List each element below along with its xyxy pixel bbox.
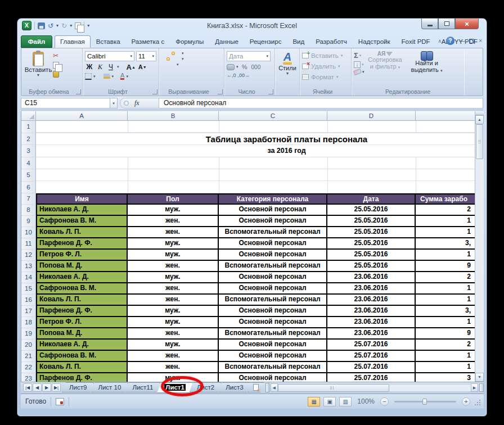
align-bottom-button[interactable] xyxy=(172,52,175,55)
cell-name[interactable]: Сафронова В. М. xyxy=(36,351,128,362)
increase-decimal-icon[interactable]: ←,0 xyxy=(227,73,236,78)
table-header-name[interactable]: Имя xyxy=(36,193,128,205)
help-icon[interactable]: ? xyxy=(446,37,454,45)
row-header[interactable]: 14 xyxy=(21,272,36,283)
cell-name[interactable]: Коваль Л. П. xyxy=(36,362,128,373)
cell-name[interactable]: Парфенов Д. Ф. xyxy=(36,238,128,250)
vertical-split-handle[interactable] xyxy=(475,111,484,115)
table-header-sum[interactable]: Сумма зарабо xyxy=(416,193,476,205)
sheet-subtitle-cell[interactable]: за 2016 год xyxy=(36,145,476,157)
row-header[interactable]: 6 xyxy=(21,182,36,194)
align-left-button[interactable] xyxy=(161,57,165,61)
cut-icon[interactable]: ✂ xyxy=(53,52,62,60)
zoom-in-icon[interactable]: + xyxy=(462,397,470,406)
row-header[interactable]: 4 xyxy=(21,157,36,170)
tab-foxit-pdf[interactable]: Foxit PDF xyxy=(396,35,436,48)
italic-button[interactable]: К xyxy=(96,62,105,71)
comma-style-button[interactable]: 000 xyxy=(251,62,262,71)
increase-indent-button[interactable] xyxy=(166,63,170,66)
percent-style-button[interactable]: % xyxy=(240,62,249,71)
zoom-slider-handle[interactable] xyxy=(422,399,427,405)
row-header[interactable]: 3 xyxy=(21,145,36,157)
cell-category[interactable]: Основной персонал xyxy=(219,351,327,362)
cell-sum[interactable]: 1 xyxy=(416,283,476,295)
cell-sum[interactable]: 1 xyxy=(416,216,476,227)
tab-view[interactable]: Вид xyxy=(287,35,310,48)
cell-date[interactable]: 25.07.2016 xyxy=(327,373,416,382)
cell-category[interactable]: Основной персонал xyxy=(219,216,327,227)
cell-gender[interactable]: жен. xyxy=(128,227,219,238)
vertical-scroll-thumb[interactable] xyxy=(476,124,483,159)
cell-sum[interactable]: 2 xyxy=(416,205,476,216)
tab-addins[interactable]: Надстройк xyxy=(353,35,396,48)
empty-cells-area[interactable]: Таблица заработной платы персонала за 20… xyxy=(36,121,476,193)
sheet-tab-list10[interactable]: Лист 10 xyxy=(91,382,128,392)
tab-home[interactable]: Главная xyxy=(55,35,91,48)
workbook-close-icon[interactable]: × xyxy=(479,38,482,44)
number-format-combo[interactable]: Дата▾ xyxy=(227,51,271,61)
select-all-corner[interactable] xyxy=(21,111,36,121)
cell-sum[interactable]: 1 xyxy=(416,317,476,328)
vertical-scrollbar[interactable]: ▲ ▼ xyxy=(475,111,484,382)
dialog-launcher-icon[interactable] xyxy=(152,89,158,94)
column-header-e[interactable] xyxy=(416,111,476,121)
cell-gender[interactable]: жен. xyxy=(128,261,219,272)
cell-date[interactable]: 23.06.2016 xyxy=(327,306,416,317)
formula-input[interactable]: Основной персонал xyxy=(159,98,483,108)
cell-category[interactable]: Вспомогательный персонал xyxy=(219,227,327,238)
cell-gender[interactable]: жен. xyxy=(128,283,219,295)
fill-color-icon[interactable] xyxy=(104,74,110,79)
cell-gender[interactable]: жен. xyxy=(128,362,219,373)
align-right-button[interactable] xyxy=(172,57,175,61)
row-header[interactable]: 16 xyxy=(21,295,36,306)
row-header[interactable]: 17 xyxy=(21,306,36,317)
table-header-gender[interactable]: Пол xyxy=(128,193,219,205)
decrease-indent-button[interactable] xyxy=(161,63,165,66)
last-sheet-icon[interactable]: ▶| xyxy=(52,383,61,392)
row-header[interactable]: 12 xyxy=(21,250,36,261)
column-header-b[interactable]: B xyxy=(128,111,219,121)
cell-category[interactable]: Основной персонал xyxy=(219,373,327,382)
zoom-slider[interactable] xyxy=(394,401,456,403)
align-top-button[interactable] xyxy=(161,52,165,55)
view-page-break-button[interactable]: ▥ xyxy=(339,397,352,406)
next-sheet-icon[interactable]: ▶ xyxy=(42,383,51,392)
cell-gender[interactable]: муж. xyxy=(128,317,219,328)
dialog-launcher-icon[interactable] xyxy=(268,89,273,94)
cell-gender[interactable]: муж. xyxy=(128,205,219,216)
cell-name[interactable]: Парфенов Д. Ф. xyxy=(36,306,128,317)
row-header[interactable]: 18 xyxy=(21,317,36,328)
horizontal-split-handle[interactable] xyxy=(479,383,484,392)
cell-sum[interactable]: 3, xyxy=(416,306,476,317)
shrink-font-button[interactable]: А▼ xyxy=(138,62,147,71)
cell-gender[interactable]: муж. xyxy=(128,306,219,317)
decrease-decimal-icon[interactable]: ,00→ xyxy=(238,73,250,78)
cell-sum[interactable]: 3 xyxy=(416,373,476,382)
cell-sum[interactable]: 1 xyxy=(416,295,476,306)
cell-category[interactable]: Основной персонал xyxy=(219,340,327,351)
cell-name[interactable]: Сафронова В. М. xyxy=(36,283,128,295)
tab-file[interactable]: Файл xyxy=(21,35,52,48)
styles-button[interactable]: A Стили ▼ xyxy=(277,50,298,86)
dialog-launcher-icon[interactable] xyxy=(76,89,81,94)
cell-name[interactable]: Попова М. Д. xyxy=(36,328,128,340)
cell-category[interactable]: Вспомогательный персонал xyxy=(219,295,327,306)
copy-icon[interactable] xyxy=(53,62,59,69)
row-header[interactable]: 9 xyxy=(21,216,36,227)
row-header[interactable]: 5 xyxy=(21,169,36,182)
row-header[interactable]: 8 xyxy=(21,205,36,216)
cell-date[interactable]: 23.06.2016 xyxy=(327,272,416,283)
cell-date[interactable]: 25.07.2016 xyxy=(327,340,416,351)
resize-grip[interactable] xyxy=(474,399,480,405)
tab-scrollbar-split-handle[interactable] xyxy=(266,383,269,392)
row-header[interactable]: 21 xyxy=(21,351,36,362)
cell-sum[interactable]: 1 xyxy=(416,362,476,373)
horizontal-scroll-track[interactable] xyxy=(389,384,471,392)
row-header[interactable]: 22 xyxy=(21,362,36,373)
cell-category[interactable]: Основной персонал xyxy=(219,272,327,283)
cell-name[interactable]: Попова М. Д. xyxy=(36,261,128,272)
font-size-combo[interactable]: 11▾ xyxy=(136,51,156,61)
view-page-layout-button[interactable]: ▣ xyxy=(323,397,336,406)
scroll-down-icon[interactable]: ▼ xyxy=(475,373,484,382)
font-name-combo[interactable]: Calibri▾ xyxy=(85,51,134,61)
